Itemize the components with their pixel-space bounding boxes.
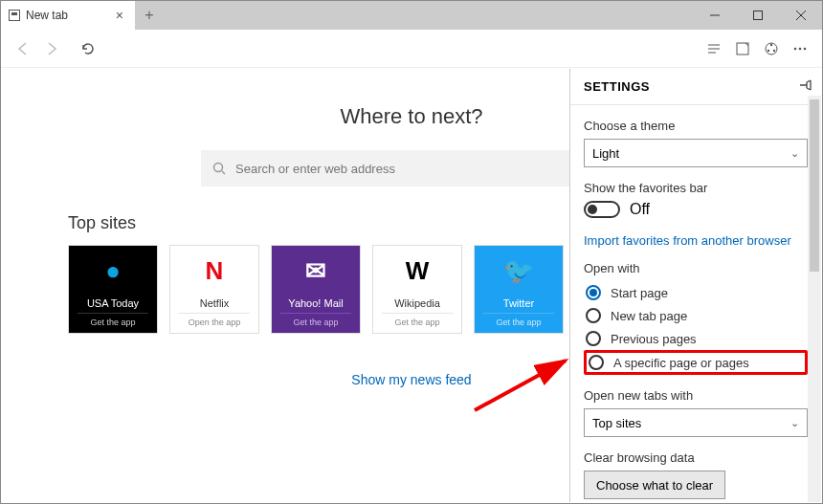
tab-title: New tab <box>26 9 68 22</box>
favorites-bar-value: Off <box>630 201 650 218</box>
tile-sublabel: Get the app <box>483 313 554 333</box>
settings-header: SETTINGS <box>570 69 821 105</box>
top-site-tile[interactable]: N Netflix Open the app <box>169 245 259 334</box>
open-with-option[interactable]: Start page <box>584 281 808 304</box>
open-with-label: Open with <box>584 261 808 275</box>
svg-rect-1 <box>753 11 762 20</box>
window-controls <box>693 1 822 30</box>
svg-point-15 <box>804 47 807 50</box>
tile-glyph: ✉ <box>272 246 360 296</box>
radio-label: A specific page or pages <box>613 356 749 370</box>
close-icon <box>796 11 806 20</box>
more-icon <box>792 41 808 56</box>
tile-sublabel: Open the app <box>179 313 250 333</box>
top-site-tile[interactable]: ● USA Today Get the app <box>68 245 158 334</box>
tile-name: Netflix <box>200 297 230 309</box>
forward-button[interactable] <box>37 34 66 63</box>
theme-label: Choose a theme <box>584 119 808 133</box>
minimize-button[interactable] <box>693 1 736 30</box>
svg-point-12 <box>773 49 775 51</box>
search-input[interactable]: Search or enter web address <box>201 150 622 186</box>
svg-point-14 <box>799 47 802 50</box>
maximize-icon <box>753 11 763 20</box>
search-icon <box>212 162 226 175</box>
new-tabs-select[interactable]: Top sites ⌄ <box>584 408 808 437</box>
tile-name: Twitter <box>503 297 534 309</box>
open-with-option[interactable]: Previous pages <box>584 327 808 350</box>
svg-point-13 <box>794 47 797 50</box>
open-with-option[interactable]: New tab page <box>584 304 808 327</box>
tile-glyph: W <box>373 246 461 296</box>
choose-clear-button[interactable]: Choose what to clear <box>584 471 725 499</box>
share-button[interactable] <box>757 34 786 63</box>
close-tab-button[interactable]: × <box>112 8 127 23</box>
forward-icon <box>44 41 59 56</box>
tile-sublabel: Get the app <box>382 313 453 333</box>
tile-sublabel: Get the app <box>78 313 148 333</box>
settings-scrollbar[interactable] <box>808 96 821 502</box>
clear-data-label: Clear browsing data <box>584 450 808 465</box>
top-site-tile[interactable]: 🐦 Twitter Get the app <box>474 245 564 334</box>
theme-select[interactable]: Light ⌄ <box>584 139 808 167</box>
toolbar <box>1 30 822 68</box>
settings-scroll-area[interactable]: Choose a theme Light ⌄ Show the favorite… <box>570 105 821 502</box>
toggle-knob <box>588 205 597 214</box>
chevron-down-icon: ⌄ <box>790 147 799 160</box>
back-icon <box>15 41 31 56</box>
tile-name: Wikipedia <box>394 297 440 309</box>
radio-icon <box>586 285 601 300</box>
new-tabs-value: Top sites <box>592 416 641 430</box>
radio-label: Previous pages <box>611 332 697 346</box>
close-window-button[interactable] <box>779 1 822 30</box>
radio-icon <box>586 308 601 323</box>
notes-button[interactable] <box>728 34 757 63</box>
back-button[interactable] <box>9 34 37 63</box>
import-favorites-link[interactable]: Import favorites from another browser <box>584 233 808 248</box>
svg-point-11 <box>767 49 769 51</box>
new-tabs-label: Open new tabs with <box>584 388 808 403</box>
svg-point-10 <box>770 43 772 45</box>
radio-icon <box>586 331 601 346</box>
choose-clear-label: Choose what to clear <box>596 478 713 493</box>
tile-name: USA Today <box>87 297 139 309</box>
new-tab-button[interactable]: + <box>135 1 164 30</box>
pin-icon <box>798 78 812 92</box>
notes-icon <box>735 41 750 56</box>
settings-panel: SETTINGS Choose a theme Light ⌄ Show the… <box>569 69 821 502</box>
titlebar: New tab × + <box>1 1 822 30</box>
theme-value: Light <box>592 146 619 161</box>
browser-tab[interactable]: New tab × <box>1 1 135 30</box>
more-button[interactable] <box>786 34 814 63</box>
tile-glyph: 🐦 <box>475 246 563 296</box>
radio-icon <box>589 355 604 370</box>
share-icon <box>764 41 779 56</box>
page-icon <box>9 10 20 21</box>
top-site-tile[interactable]: W Wikipedia Get the app <box>372 245 462 334</box>
favorites-bar-toggle[interactable]: Off <box>584 201 808 218</box>
pin-button[interactable] <box>798 78 812 95</box>
chevron-down-icon: ⌄ <box>790 417 799 429</box>
tile-glyph: N <box>170 246 258 296</box>
favorites-bar-label: Show the favorites bar <box>584 181 808 195</box>
svg-line-17 <box>222 171 225 174</box>
toggle-track <box>584 201 620 218</box>
tile-name: Yahoo! Mail <box>288 297 343 309</box>
tile-glyph: ● <box>69 246 157 296</box>
search-placeholder: Search or enter web address <box>235 162 395 176</box>
reading-view-button[interactable] <box>700 34 728 63</box>
radio-label: Start page <box>611 286 668 300</box>
settings-title: SETTINGS <box>584 79 650 94</box>
refresh-icon <box>80 41 96 56</box>
scrollbar-thumb[interactable] <box>810 99 819 272</box>
tile-sublabel: Get the app <box>280 313 351 333</box>
top-site-tile[interactable]: ✉ Yahoo! Mail Get the app <box>271 245 361 334</box>
svg-point-16 <box>214 164 223 172</box>
minimize-icon <box>710 11 720 20</box>
reading-view-icon <box>706 41 722 56</box>
refresh-button[interactable] <box>74 34 102 63</box>
maximize-button[interactable] <box>736 1 779 30</box>
open-with-option[interactable]: A specific page or pages <box>584 350 808 375</box>
radio-label: New tab page <box>611 309 687 323</box>
open-with-radio-group: Start pageNew tab pagePrevious pagesA sp… <box>584 281 808 375</box>
